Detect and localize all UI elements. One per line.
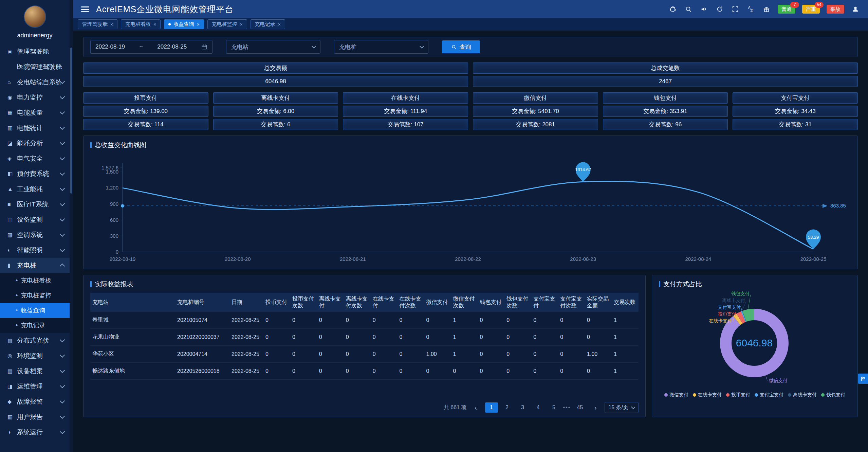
tab-充电记录[interactable]: 充电记录× xyxy=(251,19,285,29)
sidebar-item-management-cockpit[interactable]: ▣管理驾驶舱 xyxy=(0,44,70,59)
quick-settings-button[interactable] xyxy=(858,374,868,384)
page-button-3[interactable]: 3 xyxy=(516,402,529,413)
sidebar-item-fault-alarm[interactable]: ◆故障报警 xyxy=(0,394,70,409)
power-quality-icon: ▦ xyxy=(7,109,17,116)
search-button[interactable]: 查询 xyxy=(442,40,480,53)
page-button-4[interactable]: 4 xyxy=(532,402,545,413)
table-cell: 0 xyxy=(290,329,317,346)
table-row: 花果山物业202102200000372022-08-2500000001000… xyxy=(90,329,639,346)
sidebar-item-system-operation[interactable]: ◑系统运行 xyxy=(0,424,70,440)
sidebar-item-device-archives[interactable]: ▤设备档案 xyxy=(0,363,70,379)
sidebar-subitem-pile-dashboard[interactable]: •充电桩看板 xyxy=(0,273,70,288)
tab-close-icon[interactable]: × xyxy=(278,22,281,27)
sidebar-subitem-revenue-query[interactable]: •收益查询 xyxy=(0,303,70,318)
translate-icon[interactable]: A文 xyxy=(746,5,755,14)
chevron-down-icon xyxy=(420,44,424,49)
page-button-2[interactable]: 2 xyxy=(501,402,514,413)
sidebar-item-electrical-safety[interactable]: ◈电气安全 xyxy=(0,151,70,166)
menu-toggle-icon[interactable] xyxy=(81,6,89,12)
sidebar-item-operation-maintenance[interactable]: ◨运维管理 xyxy=(0,379,70,394)
sidebar-item-energy-statistics[interactable]: ▥电能统计 xyxy=(0,120,70,135)
refresh-icon[interactable] xyxy=(715,5,724,14)
next-page-button[interactable]: › xyxy=(589,402,602,413)
legend-item-钱包支付[interactable]: 钱包支付 xyxy=(821,392,845,398)
alarm-badge-accident[interactable]: 事故 xyxy=(827,5,844,14)
sidebar-item-user-report[interactable]: ▧用户报告 xyxy=(0,409,70,424)
legend-item-在线卡支付[interactable]: 在线卡支付 xyxy=(693,392,722,398)
sidebar-item-medical-it-system[interactable]: ■医疗IT系统 xyxy=(0,197,70,212)
sidebar-item-power-quality[interactable]: ▦电能质量 xyxy=(0,105,70,120)
sidebar-item-substation-system[interactable]: ⌂变电站综自系统 xyxy=(0,74,70,90)
sidebar-item-charging-pile[interactable]: ▮充电桩 xyxy=(0,258,70,273)
sidebar-item-smart-lighting[interactable]: ◐智能照明 xyxy=(0,242,70,258)
volume-icon[interactable] xyxy=(700,5,708,14)
user-icon[interactable] xyxy=(851,5,860,14)
alarm-badge-serious[interactable]: 严重54 xyxy=(802,5,820,14)
table-cell: 0 xyxy=(531,312,558,329)
page-button-1[interactable]: 1 xyxy=(485,402,498,413)
bullet-icon: • xyxy=(16,307,18,314)
sidebar-item-power-monitoring[interactable]: ◉电力监控 xyxy=(0,90,70,105)
sidebar-item-hospital-cockpit[interactable]: 医院管理驾驶舱 xyxy=(0,59,70,74)
table-column-header: 交易次数 xyxy=(612,293,639,312)
tab-label: 充电记录 xyxy=(255,21,275,28)
sidebar-subitem-label: 收益查询 xyxy=(21,306,45,314)
legend-item-支付宝支付[interactable]: 支付宝支付 xyxy=(755,392,783,398)
search-icon[interactable] xyxy=(684,5,693,14)
table-cell: 0 xyxy=(424,329,451,346)
sidebar-item-device-monitoring[interactable]: ◫设备监测 xyxy=(0,212,70,227)
fullscreen-icon[interactable] xyxy=(731,5,740,14)
bullet-icon: • xyxy=(16,277,18,284)
tab-close-icon[interactable]: × xyxy=(240,22,243,27)
total-amount-box: 总交易额 6046.98 xyxy=(83,62,468,87)
table-cell: 1.00 xyxy=(585,346,612,363)
tab-close-icon[interactable]: × xyxy=(110,22,113,27)
revenue-table-title-text: 实际收益报表 xyxy=(95,280,133,289)
tab-close-icon[interactable]: × xyxy=(153,22,156,27)
sidebar-item-distributed-pv[interactable]: ▩分布式光伏 xyxy=(0,333,70,348)
pile-select[interactable]: 充电桩 xyxy=(334,40,428,54)
station-select[interactable]: 充电站 xyxy=(226,40,320,54)
sidebar-item-energy-analysis[interactable]: ◪能耗分析 xyxy=(0,135,70,151)
legend-item-投币支付[interactable]: 投币支付 xyxy=(726,392,750,398)
legend-item-微信支付[interactable]: 微信支付 xyxy=(664,392,688,398)
tab-收益查询[interactable]: 收益查询× xyxy=(164,19,204,29)
date-end-value: 2022-08-25 xyxy=(157,43,187,50)
legend-dot xyxy=(693,393,696,397)
sidebar-item-prepaid-system[interactable]: ◧预付费系统 xyxy=(0,166,70,181)
legend-item-离线卡支付[interactable]: 离线卡支付 xyxy=(788,392,817,398)
tab-close-icon[interactable]: × xyxy=(197,22,199,27)
tab-充电桩看板[interactable]: 充电桩看板× xyxy=(121,19,161,29)
sidebar-item-environment-monitoring[interactable]: ◎环境监测 xyxy=(0,348,70,363)
sidebar-subitem-pile-monitoring[interactable]: •充电桩监控 xyxy=(0,288,70,303)
sidebar-item-industrial-energy[interactable]: ▲工业能耗 xyxy=(0,181,70,197)
date-range-picker[interactable]: 2022-08-19 ~ 2022-08-25 xyxy=(90,40,213,54)
donut-callout-label: 离线卡支付 xyxy=(722,298,745,303)
tab-管理驾驶舱[interactable]: 管理驾驶舱× xyxy=(78,19,117,29)
page-button-45[interactable]: 45 xyxy=(573,402,586,413)
table-cell: 2022-08-25 xyxy=(229,312,263,329)
table-cell: 0 xyxy=(398,363,424,380)
table-column-header: 支付宝支付 xyxy=(531,293,558,312)
table-header-row: 充电站充电桩编号日期投币支付投币支付次数离线卡支付离线卡支付次数在线卡支付在线卡… xyxy=(90,293,639,312)
pay-card-微信支付: 微信支付交易金额: 5401.70交易笔数: 2081 xyxy=(473,92,598,130)
pay-card-count: 交易笔数: 96 xyxy=(603,119,728,130)
page-button-5[interactable]: 5 xyxy=(548,402,560,413)
table-cell: 0 xyxy=(371,346,398,363)
prev-page-button[interactable]: ‹ xyxy=(469,402,482,413)
svg-text:2022-08-24: 2022-08-24 xyxy=(685,256,711,262)
sidebar-scrollbar-thumb[interactable] xyxy=(70,48,72,194)
customer-service-icon[interactable] xyxy=(668,5,677,14)
app-root: adminenergy ▣管理驾驶舱医院管理驾驶舱⌂变电站综自系统◉电力监控▦电… xyxy=(0,0,868,452)
device-monitoring-icon: ◫ xyxy=(7,216,17,223)
sidebar-subitem-charging-records[interactable]: •充电记录 xyxy=(0,318,70,333)
pile-select-value: 充电桩 xyxy=(339,43,356,51)
user-avatar[interactable] xyxy=(24,5,46,28)
table-cell: 0 xyxy=(424,312,451,329)
alarm-badge-normal[interactable]: 普通7 xyxy=(778,5,795,14)
sidebar-item-hvac-system[interactable]: ▨空调系统 xyxy=(0,227,70,242)
revenue-table-panel: 实际收益报表 充电站充电桩编号日期投币支付投币支付次数离线卡支付离线卡支付次数在… xyxy=(83,275,646,417)
tab-充电桩监控[interactable]: 充电桩监控× xyxy=(207,19,247,29)
gift-icon[interactable] xyxy=(762,5,771,14)
page-size-select[interactable]: 15 条/页 xyxy=(605,402,639,413)
